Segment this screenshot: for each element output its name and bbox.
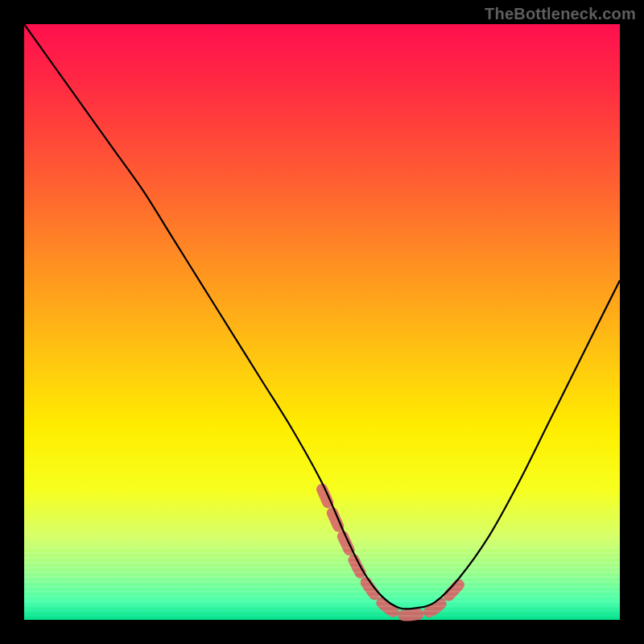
watermark-text: TheBottleneck.com — [485, 5, 636, 23]
bottleneck-curve — [24, 24, 620, 609]
optimal-range-highlight — [322, 489, 459, 616]
plot-area — [24, 24, 620, 620]
curve-layer — [24, 24, 620, 620]
chart-frame: TheBottleneck.com — [0, 0, 644, 644]
